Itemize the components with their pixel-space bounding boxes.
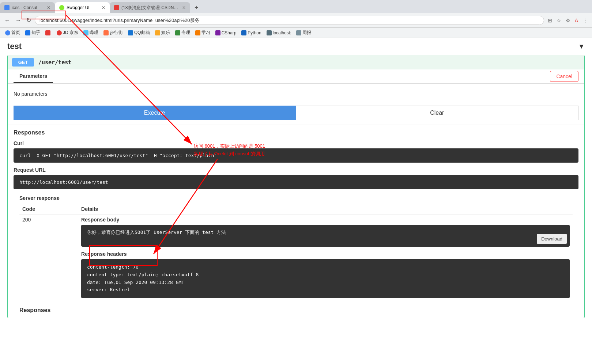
tab-2-close[interactable]: ✕ <box>102 5 105 10</box>
response-details-200: Response body 你好，恭喜你已经进入5001了 UserServer… <box>78 215 573 301</box>
bookmark-zhihu[interactable]: 知乎 <box>23 29 42 37</box>
browser-actions: ⊞ ☆ ⚙ A ⋮ <box>546 16 589 25</box>
tab-2-title: Swagger UI <box>67 5 99 10</box>
params-section: No parameters <box>8 84 584 101</box>
details-col-header: Details <box>78 204 573 215</box>
bookmark-bilibili[interactable]: 哔哩 <box>81 29 101 37</box>
api-title-text: test <box>7 42 22 51</box>
response-body-area: 你好，恭喜你已经进入5001了 UserServer 下面的 test 方法 D… <box>81 225 570 247</box>
bookmark-ent[interactable]: 娱乐 <box>153 29 172 37</box>
extension-icon[interactable]: ⚙ <box>564 16 572 25</box>
adblock-icon[interactable]: A <box>573 16 580 25</box>
reload-button[interactable]: ↻ <box>25 15 33 25</box>
new-tab-button[interactable]: + <box>192 3 201 13</box>
bookmark-study[interactable]: 学习 <box>193 29 212 37</box>
tab-2-favicon <box>59 5 64 10</box>
response-table-wrapper: Code Details 200 Respo <box>14 204 578 300</box>
browser-chrome: ices - Consul ✕ Swagger UI ✕ (18条消息)文章管理… <box>0 0 592 38</box>
endpoint-block: GET /user/test Parameters Cancel No para… <box>7 55 585 318</box>
response-body-label: Response body <box>81 217 570 223</box>
page-content: test ▼ GET /user/test Parameters <box>0 38 592 364</box>
bookmark-jd[interactable]: JD 京东 <box>54 29 80 37</box>
back-button[interactable]: ← <box>3 16 12 25</box>
tab-1-close[interactable]: ✕ <box>47 5 50 10</box>
address-bar-row: ← → ↻ ⊞ ☆ ⚙ A ⋮ <box>0 13 592 28</box>
response-headers-label: Response headers <box>81 251 570 257</box>
responses-bottom-label: Responses <box>14 303 578 315</box>
bookmark-localhost[interactable]: localhost: <box>264 30 294 36</box>
endpoint-header[interactable]: GET /user/test <box>8 55 584 69</box>
bookmark-zhuanli[interactable]: 专理 <box>173 29 192 37</box>
tab-1-favicon <box>4 5 10 10</box>
execute-button[interactable]: Execute <box>14 106 296 120</box>
endpoint-path: /user/test <box>38 59 71 66</box>
bookmark-homepage[interactable]: 首页 <box>3 29 22 37</box>
bookmark-python[interactable]: Python <box>239 30 263 36</box>
server-response-label: Server response <box>14 194 578 202</box>
cancel-button[interactable]: Cancel <box>550 71 578 82</box>
response-body-text: 你好，恭喜你已经进入5001了 UserServer 下面的 test 方法 <box>87 230 226 235</box>
translate-icon[interactable]: ⊞ <box>546 16 554 25</box>
tab-1[interactable]: ices - Consul ✕ <box>0 2 55 13</box>
method-badge: GET <box>12 58 34 67</box>
bookmark-icon[interactable]: ☆ <box>555 16 563 25</box>
menu-icon[interactable]: ⋮ <box>581 16 589 25</box>
responses-label: Responses <box>8 125 584 137</box>
code-col-header: Code <box>19 204 78 215</box>
response-code-200: 200 <box>19 215 78 301</box>
forward-button[interactable]: → <box>14 16 23 25</box>
tab-3-close[interactable]: ✕ <box>182 5 186 10</box>
bookmark-weekly[interactable]: 周报 <box>294 29 313 37</box>
tab-bar: ices - Consul ✕ Swagger UI ✕ (18条消息)文章管理… <box>0 0 592 13</box>
collapse-icon[interactable]: ▼ <box>578 43 585 50</box>
response-table: Code Details 200 Respo <box>19 204 573 300</box>
page-wrapper: ices - Consul ✕ Swagger UI ✕ (18条消息)文章管理… <box>0 0 592 364</box>
header-content-type: content-type: text/plain; charset=utf-8 <box>87 271 564 279</box>
bookmarks-bar: 首页 知乎 JD 京东 哔哩 步行街 <box>0 28 592 38</box>
response-row-200: 200 Response body 你好，恭喜你已经进入5001了 UserSe… <box>19 215 573 301</box>
curl-section: Curl curl -X GET "http://localhost:6001/… <box>8 137 584 318</box>
address-input[interactable] <box>35 16 544 25</box>
curl-label: Curl <box>14 140 578 146</box>
bookmark-buxingjie[interactable]: 步行街 <box>101 29 125 37</box>
download-button[interactable]: Download <box>537 234 567 244</box>
execute-row: Execute Clear <box>14 106 578 120</box>
clear-button[interactable]: Clear <box>296 106 579 120</box>
tab-3-favicon <box>114 5 119 10</box>
request-url-value: http://localhost:6001/user/test <box>14 175 578 189</box>
bookmark-csharp[interactable]: CSharp <box>213 30 239 36</box>
swagger-container: test ▼ GET /user/test Parameters <box>0 38 592 326</box>
request-url-label: Request URL <box>14 167 578 173</box>
tab-3-title: (18条消息)文章管理-CSDN博客 <box>121 5 180 11</box>
tab-parameters[interactable]: Parameters <box>14 70 53 83</box>
header-content-length: content-length: 70 <box>87 263 564 271</box>
curl-value: curl -X GET "http://localhost:6001/user/… <box>14 148 578 163</box>
tab-2[interactable]: Swagger UI ✕ <box>55 2 110 13</box>
bookmark-unknown[interactable] <box>43 30 54 36</box>
tab-3[interactable]: (18条消息)文章管理-CSDN博客 ✕ <box>110 2 190 13</box>
api-title-row: test ▼ <box>7 42 585 51</box>
no-params-text: No parameters <box>14 88 48 97</box>
response-headers-block: content-length: 70 content-type: text/pl… <box>81 259 570 298</box>
bookmark-qqmail[interactable]: QQ邮箱 <box>126 29 152 37</box>
tab-1-title: ices - Consul <box>12 5 45 10</box>
endpoint-body: Parameters Cancel No parameters Execute … <box>8 69 584 318</box>
header-server: server: Kestrel <box>87 286 564 294</box>
header-date: date: Tue,01 Sep 2020 09:13:28 GMT <box>87 279 564 287</box>
